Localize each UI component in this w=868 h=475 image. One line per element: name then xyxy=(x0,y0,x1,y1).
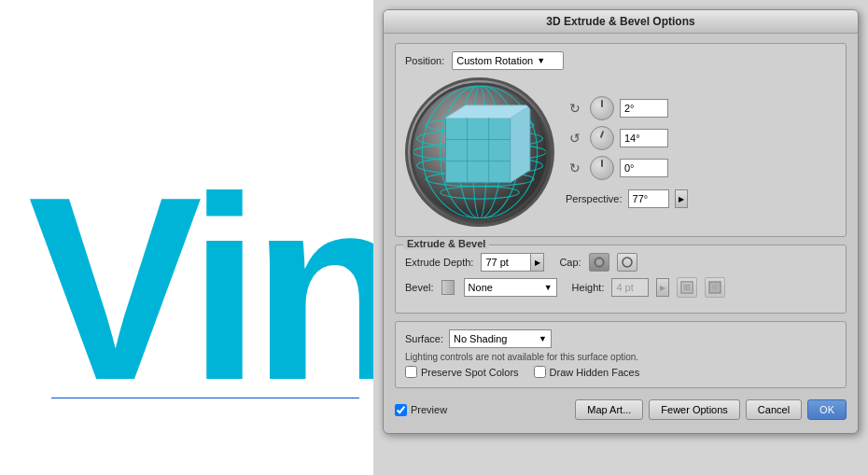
perspective-arrow-btn[interactable]: ▶ xyxy=(675,189,688,208)
x-dial-line xyxy=(601,100,603,107)
preserve-spot-colors-row: Preserve Spot Colors xyxy=(405,366,519,378)
cap-btn-2[interactable] xyxy=(617,253,637,272)
cap-icon-1 xyxy=(593,256,606,269)
x-angle-input[interactable] xyxy=(620,99,668,118)
svg-point-22 xyxy=(623,258,632,267)
extrude-depth-label: Extrude Depth: xyxy=(405,257,473,268)
bevel-dropdown-arrow: ▼ xyxy=(544,283,553,292)
height-arrow-btn: ▶ xyxy=(656,278,669,297)
draw-hidden-faces-row: Draw Hidden Faces xyxy=(534,366,640,378)
fewer-options-button[interactable]: Fewer Options xyxy=(649,399,740,420)
perspective-row: Perspective: ▶ xyxy=(566,189,836,208)
dialog-body: Position: Custom Rotation ▼ xyxy=(384,34,858,433)
x-rotation-icon: ↻ xyxy=(566,99,584,118)
position-dropdown-arrow: ▼ xyxy=(537,56,545,65)
surface-note: Lighting controls are not available for … xyxy=(405,352,836,362)
z-dial[interactable] xyxy=(590,156,614,180)
x-dial[interactable] xyxy=(590,96,614,120)
canvas-area: Vin xyxy=(0,0,373,475)
extrude-bevel-label: Extrude & Bevel xyxy=(403,238,489,249)
extrude-depth-input[interactable] xyxy=(481,253,531,272)
draw-hidden-faces-checkbox[interactable] xyxy=(534,366,546,378)
cap-icon-2 xyxy=(621,256,634,269)
y-rotation-row: ↺ xyxy=(566,126,836,150)
z-rotation-icon: ↻ xyxy=(566,159,584,177)
surface-section: Surface: No Shading ▼ Lighting controls … xyxy=(395,321,847,388)
bevel-preview xyxy=(441,280,455,295)
height-input xyxy=(611,278,649,297)
bevel-row: Bevel: None ▼ Height: ▶ xyxy=(405,277,836,298)
cap-label: Cap: xyxy=(559,257,581,268)
sphere-widget[interactable] xyxy=(405,77,554,227)
x-rotation-row: ↻ xyxy=(566,96,836,120)
vin-text: Vin xyxy=(28,158,373,419)
bevel-dropdown[interactable]: None ▼ xyxy=(464,278,557,297)
surface-label: Surface: xyxy=(405,333,443,344)
preview-label: Preview xyxy=(411,404,447,415)
perspective-input[interactable] xyxy=(628,189,669,208)
z-angle-input[interactable] xyxy=(620,159,668,177)
svg-rect-24 xyxy=(683,284,691,291)
y-rotation-icon: ↺ xyxy=(566,129,584,147)
y-angle-input[interactable] xyxy=(620,129,668,147)
position-value: Custom Rotation xyxy=(456,55,533,66)
baseline-line xyxy=(51,398,359,398)
sphere-svg xyxy=(408,80,552,224)
extrude-depth-row: Extrude Depth: ▶ Cap: xyxy=(405,253,836,272)
cap-btn-1[interactable] xyxy=(589,253,609,272)
preserve-spot-colors-checkbox[interactable] xyxy=(405,366,417,378)
y-dial[interactable] xyxy=(590,126,614,150)
bevel-value: None xyxy=(469,282,493,293)
extrude-depth-arrow[interactable]: ▶ xyxy=(531,253,544,272)
bottom-row: Preview Map Art... Fewer Options Cancel … xyxy=(395,396,847,424)
surface-options-row: Preserve Spot Colors Draw Hidden Faces xyxy=(405,366,836,378)
position-label: Position: xyxy=(405,55,444,66)
preserve-spot-colors-label: Preserve Spot Colors xyxy=(421,367,519,378)
position-row: Position: Custom Rotation ▼ xyxy=(405,51,836,70)
svg-point-21 xyxy=(596,259,602,265)
height-label: Height: xyxy=(572,282,605,293)
bevel-icon-btn-1 xyxy=(677,277,697,298)
svg-rect-12 xyxy=(445,118,510,182)
extrude-depth-field: ▶ xyxy=(481,253,544,272)
perspective-label: Perspective: xyxy=(566,193,623,204)
dialog: 3D Extrude & Bevel Options Position: Cus… xyxy=(383,9,859,434)
surface-dropdown[interactable]: No Shading ▼ xyxy=(449,329,552,348)
position-dropdown[interactable]: Custom Rotation ▼ xyxy=(452,51,564,70)
draw-hidden-faces-label: Draw Hidden Faces xyxy=(550,367,640,378)
dialog-title: 3D Extrude & Bevel Options xyxy=(384,10,858,34)
z-dial-line xyxy=(601,160,603,167)
preview-checkbox[interactable] xyxy=(395,404,407,416)
svg-marker-13 xyxy=(511,105,530,183)
y-dial-line xyxy=(600,131,605,138)
extrude-bevel-section: Extrude & Bevel Extrude Depth: ▶ Cap: xyxy=(395,244,847,314)
rotation-controls: ↻ ↺ xyxy=(566,96,836,208)
bevel-icon-btn-2 xyxy=(705,277,725,298)
z-rotation-row: ↻ xyxy=(566,156,836,180)
ok-button[interactable]: OK xyxy=(807,399,847,420)
preview-checkbox-row: Preview xyxy=(395,404,447,416)
map-art-button[interactable]: Map Art... xyxy=(575,399,643,420)
position-section: Position: Custom Rotation ▼ xyxy=(395,43,847,237)
surface-dropdown-arrow: ▼ xyxy=(539,334,547,343)
surface-value: No Shading xyxy=(454,333,508,344)
bevel-label: Bevel: xyxy=(405,282,434,293)
rotation-area: ↻ ↺ xyxy=(405,77,836,227)
cancel-button[interactable]: Cancel xyxy=(746,399,802,420)
surface-row: Surface: No Shading ▼ xyxy=(405,329,836,348)
